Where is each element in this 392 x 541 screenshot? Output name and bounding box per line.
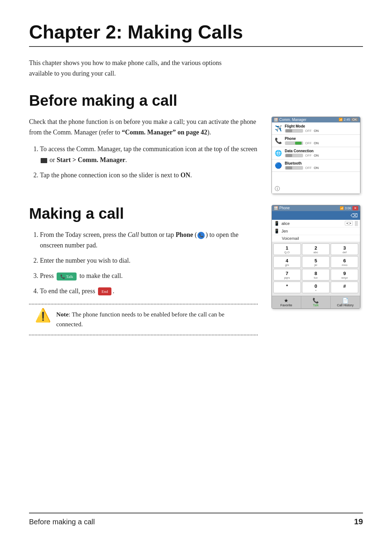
phone-image: 🪟 Phone 📶 3:06 ✕ ⌫ 📱 alice •□•	[269, 205, 363, 343]
footer-left-text: Before making a call	[29, 518, 95, 526]
section2-steps: From the Today screen, press the Call bu…	[40, 230, 258, 296]
step-2-1: From the Today screen, press the Call bu…	[40, 230, 258, 251]
ph-time: 3:06	[345, 206, 351, 210]
section2-text: Making a call From the Today screen, pre…	[29, 205, 258, 343]
step-2-4: To end the call, press End.	[40, 286, 258, 297]
contact-jen: 📱 Jen	[272, 227, 360, 235]
chapter-title: Chapter 2: Making Calls	[29, 22, 363, 43]
ph-titlebar: 🪟 Phone 📶 3:06 ✕	[272, 205, 360, 211]
contact-alice-action[interactable]: •□•	[345, 221, 352, 226]
step-2-3: Press 📞 Talk to make the call.	[40, 271, 258, 282]
cm-data-toggle	[285, 154, 303, 157]
contact-voicemail: Voicemail	[272, 235, 360, 242]
cm-data-icon: 🌐	[275, 150, 282, 157]
ph-signal-icon: 📶	[340, 206, 344, 210]
cm-phone-label: Phone	[285, 137, 357, 141]
key-6[interactable]: 6mno	[331, 256, 358, 268]
cm-bottom: ⓘ	[272, 172, 360, 194]
end-button: End	[98, 287, 112, 295]
key-1[interactable]: 1Q,O	[273, 243, 301, 255]
key-4[interactable]: 4ghi	[273, 256, 301, 268]
key-2[interactable]: 2abc	[302, 243, 330, 255]
phone-circle-icon: 📞	[197, 232, 205, 239]
numpad-row-2: 4ghi 5jkl 6mno	[273, 256, 359, 268]
cm-bt-icon: 🔵	[275, 162, 282, 169]
contact-alice: 📱 alice •□•	[272, 220, 360, 227]
note-text: Note: The phone function needs to be ena…	[56, 310, 252, 329]
signal-icon	[41, 158, 47, 163]
favorite-icon: ★	[273, 298, 300, 303]
cm-phone-toggle	[285, 141, 303, 145]
cm-row-flight: ✈️ Flight Mode OFF ON	[272, 122, 360, 135]
cm-time: 2:45	[344, 118, 350, 121]
key-3[interactable]: 3def	[331, 243, 358, 255]
section1-text: Check that the phone function is on befo…	[29, 117, 258, 194]
cm-bt-toggle	[285, 166, 303, 170]
cm-info-icon: ⓘ	[275, 186, 280, 192]
cm-row-data: 🌐 Data Connection OFF ON	[272, 147, 360, 160]
section1-paragraph: Check that the phone function is on befo…	[29, 117, 258, 138]
note-box: ⚠️ Note: The phone function needs to be …	[29, 304, 258, 335]
note-icon: ⚠️	[35, 309, 51, 322]
chapter-intro: This chapter shows you how to make phone…	[29, 58, 232, 79]
numpad-row-1: 1Q,O 2abc 3def	[273, 243, 359, 255]
ph-close-button[interactable]: ✕	[352, 206, 358, 210]
cm-titlebar: 🪟 Comm. Manager 📶 2:45 OK	[272, 117, 360, 122]
contact-jen-name: Jen	[282, 229, 358, 233]
ph-backspace-icon[interactable]: ⌫	[351, 213, 358, 218]
cm-content: ✈️ Flight Mode OFF ON 📞	[272, 122, 360, 194]
cm-phone-icon: 📞	[275, 137, 282, 144]
comm-manager-image: 🪟 Comm. Manager 📶 2:45 OK ✈️ Flight Mode	[269, 117, 363, 194]
ph-talk-button[interactable]: 📞 Talk	[301, 296, 331, 308]
key-star[interactable]: *	[273, 282, 301, 293]
talk-icon: 📞	[302, 298, 330, 303]
key-8[interactable]: 8tuv	[302, 269, 330, 280]
numpad-row-4: * 0+ #	[273, 282, 359, 293]
cm-title: Comm. Manager	[279, 118, 306, 122]
cm-flight-icon: ✈️	[275, 125, 282, 132]
page-footer: Before making a call 19	[29, 513, 363, 526]
cm-row-bt: 🔵 Bluetooth OFF ON	[272, 160, 360, 172]
section2-layout: Making a call From the Today screen, pre…	[29, 205, 363, 343]
step-1-1: To access the Comm. Manager, tap the com…	[40, 144, 258, 165]
ph-callhistory-button[interactable]: 📄 Call History	[331, 296, 360, 308]
key-9[interactable]: 9wxyz	[331, 269, 358, 280]
contact-alice-icon: 📱	[274, 221, 279, 226]
chapter-divider	[29, 46, 363, 47]
key-5[interactable]: 5jkl	[302, 256, 330, 268]
cm-windows-icon: 🪟	[274, 118, 278, 122]
phone-screenshot: 🪟 Phone 📶 3:06 ✕ ⌫ 📱 alice •□•	[271, 205, 360, 309]
ph-title: Phone	[279, 206, 290, 210]
key-7[interactable]: 7pqrs	[273, 269, 301, 280]
favorite-label: Favorite	[280, 303, 292, 307]
ph-input-row: ⌫	[272, 211, 360, 220]
contact-alice-name: alice	[282, 221, 343, 226]
ph-scrollbar	[355, 221, 358, 226]
callhistory-icon: 📄	[331, 298, 359, 303]
section1-title: Before making a call	[29, 92, 363, 109]
section2-title: Making a call	[29, 205, 258, 222]
ph-bottom-bar: ★ Favorite 📞 Talk 📄 Call History	[272, 296, 360, 308]
step-1-2: Tap the phone connection icon so the sli…	[40, 170, 258, 181]
numpad-row-3: 7pqrs 8tuv 9wxyz	[273, 269, 359, 280]
cm-ok[interactable]: OK	[351, 118, 358, 121]
cm-row-phone: 📞 Phone OFF ON	[272, 135, 360, 147]
ph-numpad: 1Q,O 2abc 3def 4ghi 5jkl 6mno 7pqrs 8tuv…	[272, 242, 360, 296]
section1-layout: Check that the phone function is on befo…	[29, 117, 363, 194]
ph-favorite-button[interactable]: ★ Favorite	[272, 296, 301, 308]
step-2-2: Enter the number you wish to dial.	[40, 255, 258, 266]
talk-button: 📞 Talk	[57, 272, 77, 280]
footer-page-number: 19	[354, 517, 363, 526]
ph-windows-icon: 🪟	[274, 206, 278, 210]
callhistory-label: Call History	[337, 303, 354, 307]
cm-flight-toggle	[285, 129, 303, 133]
ph-contacts: 📱 alice •□• 📱 Jen Voicemail	[272, 220, 360, 242]
key-hash[interactable]: #	[331, 282, 358, 293]
contact-jen-icon: 📱	[274, 229, 279, 234]
talk-label: Talk	[313, 303, 319, 307]
cm-signal: 📶	[339, 118, 343, 121]
comm-manager-screenshot: 🪟 Comm. Manager 📶 2:45 OK ✈️ Flight Mode	[271, 117, 360, 194]
key-0[interactable]: 0+	[302, 282, 330, 293]
note-bold: Note	[56, 311, 69, 318]
cm-data-label: Data Connection	[285, 149, 357, 153]
